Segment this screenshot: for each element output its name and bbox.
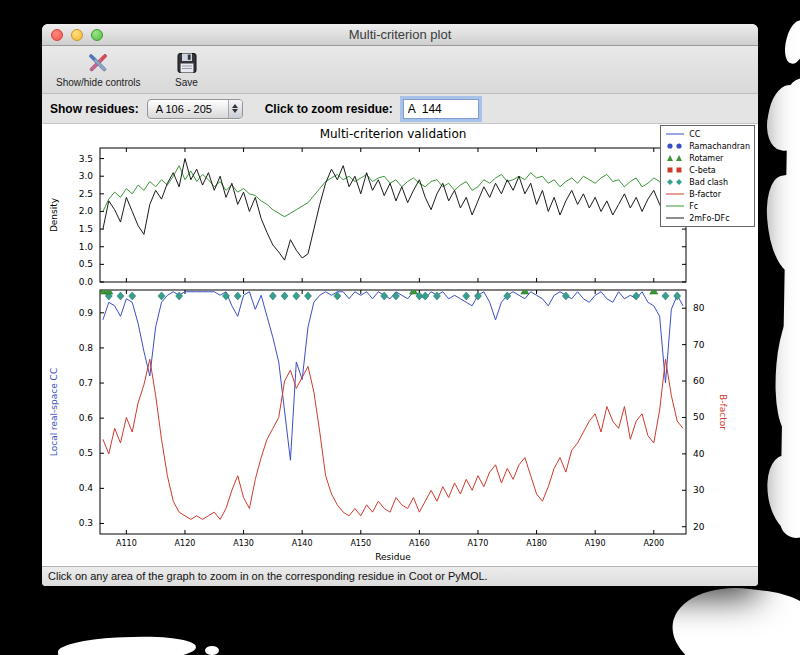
- status-text: Click on any area of the graph to zoom i…: [48, 570, 488, 582]
- plot-area[interactable]: Multi-criterion validation0.00.51.01.52.…: [42, 124, 758, 566]
- legend-item-c-beta: C-beta: [664, 164, 750, 176]
- legend-item-bad-clash: Bad clash: [664, 176, 750, 188]
- residue-range-value: A 106 - 205: [156, 103, 228, 115]
- torn-artifact: [761, 172, 800, 277]
- legend-item-ramachandran: Ramachandran: [664, 140, 750, 152]
- legend-label: B-factor: [689, 190, 721, 199]
- window-title: Multi-criterion plot: [42, 24, 758, 45]
- svg-text:0.9: 0.9: [79, 308, 94, 318]
- svg-text:0.7: 0.7: [79, 378, 93, 388]
- svg-text:0.4: 0.4: [79, 483, 94, 493]
- bad-clash-marker-icon: [664, 178, 686, 186]
- plot-legend: CCRamachandranRotamerC-betaBad clashB-fa…: [660, 125, 755, 227]
- legend-item-rotamer: Rotamer: [664, 152, 750, 164]
- 2mfo-dfc-marker-icon: [664, 214, 686, 222]
- svg-text:1.0: 1.0: [79, 242, 94, 252]
- cc-marker-icon: [664, 130, 686, 138]
- svg-text:50: 50: [693, 412, 705, 422]
- show-hide-controls-label: Show/hide controls: [56, 77, 141, 88]
- svg-text:A180: A180: [526, 539, 547, 548]
- show-residues-select[interactable]: A 106 - 205: [147, 99, 243, 119]
- svg-text:0.0: 0.0: [79, 277, 94, 287]
- desktop-background: Multi-criterion plot Show/hide controls: [0, 0, 800, 655]
- crossed-tools-icon: [85, 50, 111, 76]
- controls-row: Show residues: A 106 - 205 Click to zoom…: [42, 94, 758, 124]
- zoom-residue-label: Click to zoom residue:: [265, 102, 393, 116]
- svg-text:2.0: 2.0: [79, 206, 94, 216]
- svg-text:60: 60: [693, 376, 705, 386]
- save-label: Save: [175, 77, 198, 88]
- status-bar: Click on any area of the graph to zoom i…: [42, 566, 758, 586]
- legend-item-cc: CC: [664, 128, 750, 140]
- svg-text:Multi-criterion validation: Multi-criterion validation: [320, 127, 467, 141]
- svg-text:A170: A170: [468, 539, 489, 548]
- close-button[interactable]: [51, 29, 63, 41]
- zoom-residue-input[interactable]: [403, 99, 479, 119]
- legend-label: Rotamer: [689, 154, 723, 163]
- svg-text:B-factor: B-factor: [718, 394, 728, 430]
- save-floppy-icon: [175, 50, 199, 76]
- c-beta-marker-icon: [664, 166, 686, 174]
- legend-label: CC: [689, 130, 700, 139]
- svg-text:80: 80: [693, 303, 705, 313]
- svg-text:20: 20: [693, 522, 705, 532]
- legend-label: Bad clash: [689, 178, 728, 187]
- rotamer-marker-icon: [664, 154, 686, 162]
- torn-artifact: [770, 304, 800, 437]
- torn-artifact: [762, 82, 800, 155]
- fc-marker-icon: [664, 202, 686, 210]
- svg-text:A130: A130: [233, 539, 254, 548]
- torn-artifact: [57, 633, 196, 655]
- svg-text:A140: A140: [292, 539, 313, 548]
- torn-artifact: [781, 18, 800, 66]
- svg-text:A110: A110: [116, 539, 137, 548]
- svg-text:Density: Density: [49, 197, 59, 232]
- legend-label: C-beta: [689, 166, 716, 175]
- svg-text:3.5: 3.5: [79, 154, 93, 164]
- svg-text:A190: A190: [585, 539, 606, 548]
- show-hide-controls-button[interactable]: Show/hide controls: [52, 49, 145, 89]
- svg-text:0.5: 0.5: [79, 259, 93, 269]
- app-window: Multi-criterion plot Show/hide controls: [42, 24, 758, 586]
- traffic-lights: [51, 29, 103, 41]
- svg-text:A160: A160: [409, 539, 430, 548]
- svg-text:30: 30: [693, 485, 705, 495]
- show-residues-label: Show residues:: [50, 102, 139, 116]
- svg-text:0.3: 0.3: [79, 518, 93, 528]
- svg-text:0.5: 0.5: [79, 448, 93, 458]
- legend-item-2mfo-dfc: 2mFo-DFc: [664, 212, 750, 224]
- svg-text:2.5: 2.5: [79, 189, 93, 199]
- torn-artifact: [667, 580, 800, 655]
- legend-item-b-factor: B-factor: [664, 188, 750, 200]
- svg-text:40: 40: [693, 449, 705, 459]
- legend-label: Ramachandran: [689, 142, 750, 151]
- svg-text:A120: A120: [175, 539, 196, 548]
- torn-artifact: [762, 452, 800, 536]
- svg-text:0.8: 0.8: [79, 343, 94, 353]
- b-factor-marker-icon: [664, 190, 686, 198]
- legend-label: Fc: [689, 202, 698, 211]
- minimize-button[interactable]: [71, 29, 83, 41]
- ramachandran-marker-icon: [664, 142, 686, 150]
- svg-text:1.5: 1.5: [79, 224, 93, 234]
- svg-text:Residue: Residue: [375, 552, 411, 562]
- title-bar[interactable]: Multi-criterion plot: [42, 24, 758, 46]
- multi-criterion-plot[interactable]: Multi-criterion validation0.00.51.01.52.…: [42, 124, 758, 566]
- toolbar: Show/hide controls Save: [42, 46, 758, 94]
- legend-label: 2mFo-DFc: [689, 214, 729, 223]
- svg-text:3.0: 3.0: [79, 171, 94, 181]
- svg-text:0.6: 0.6: [79, 413, 94, 423]
- torn-artifact: [205, 646, 219, 655]
- save-button[interactable]: Save: [171, 49, 203, 89]
- stepper-arrows-icon: [228, 100, 242, 118]
- svg-text:A200: A200: [643, 539, 664, 548]
- legend-item-fc: Fc: [664, 200, 750, 212]
- svg-text:70: 70: [693, 340, 705, 350]
- svg-text:A150: A150: [350, 539, 371, 548]
- zoom-window-button[interactable]: [91, 29, 103, 41]
- svg-text:Local real-space CC: Local real-space CC: [49, 368, 59, 456]
